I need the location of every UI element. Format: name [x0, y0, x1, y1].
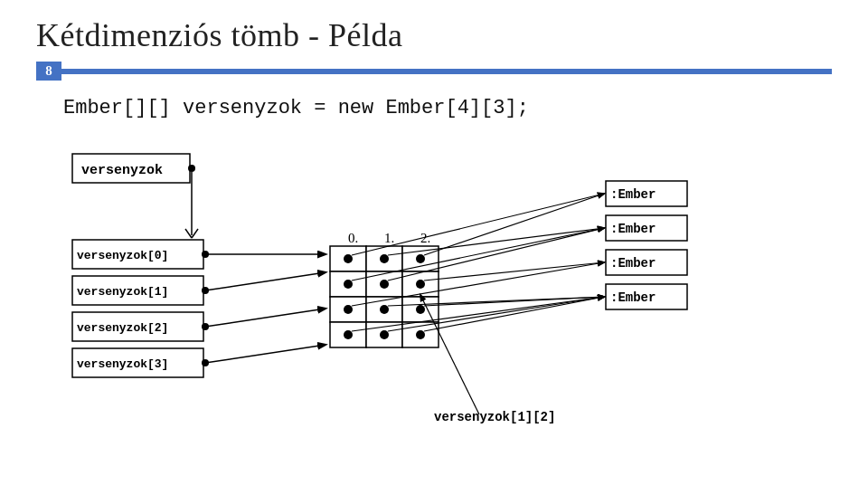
svg-point-2: [188, 165, 195, 172]
svg-line-68: [424, 297, 604, 331]
svg-point-44: [380, 305, 389, 314]
svg-text:1.: 1.: [384, 231, 394, 245]
diagram-area: versenyzok versenyzok[0] versenyzok[1] v…: [45, 136, 823, 461]
diagram-svg: versenyzok versenyzok[0] versenyzok[1] v…: [45, 136, 823, 461]
svg-text:versenyzok: versenyzok: [81, 163, 163, 178]
svg-line-64: [424, 194, 604, 255]
svg-point-40: [344, 280, 353, 289]
slide-title: Kétdimenziós tömb - Példa: [36, 16, 832, 54]
blue-divider: [61, 69, 832, 74]
svg-text::Ember: :Ember: [610, 256, 656, 271]
svg-line-19: [205, 272, 326, 290]
svg-point-42: [416, 280, 425, 289]
svg-line-20: [205, 309, 326, 327]
svg-point-46: [344, 330, 353, 339]
svg-text:versenyzok[1][2]: versenyzok[1][2]: [434, 410, 555, 424]
slide-number-bar: 8: [36, 62, 832, 81]
svg-line-70: [420, 295, 479, 414]
code-example: Ember[][] versenyzok = new Ember[4][3];: [63, 97, 832, 119]
svg-text:versenyzok[0]: versenyzok[0]: [77, 249, 168, 262]
svg-point-45: [416, 305, 425, 314]
svg-line-57: [352, 194, 604, 255]
svg-point-37: [344, 254, 353, 263]
svg-line-4: [185, 229, 192, 238]
svg-text:versenyzok[2]: versenyzok[2]: [77, 321, 168, 335]
svg-point-43: [344, 305, 353, 314]
svg-point-41: [380, 280, 389, 289]
svg-line-21: [205, 345, 326, 363]
svg-text:0.: 0.: [348, 231, 358, 245]
svg-text::Ember: :Ember: [610, 187, 656, 202]
svg-point-38: [380, 254, 389, 263]
svg-line-5: [192, 229, 198, 238]
slide-number: 8: [36, 62, 61, 81]
svg-text:versenyzok[1]: versenyzok[1]: [77, 285, 168, 299]
svg-point-47: [380, 330, 389, 339]
svg-point-48: [416, 330, 425, 339]
svg-text::Ember: :Ember: [610, 290, 656, 305]
svg-text:versenyzok[3]: versenyzok[3]: [77, 357, 168, 371]
svg-point-39: [416, 254, 425, 263]
slide-page: Kétdimenziós tömb - Példa 8 Ember[][] ve…: [0, 0, 868, 485]
svg-text::Ember: :Ember: [610, 222, 656, 236]
